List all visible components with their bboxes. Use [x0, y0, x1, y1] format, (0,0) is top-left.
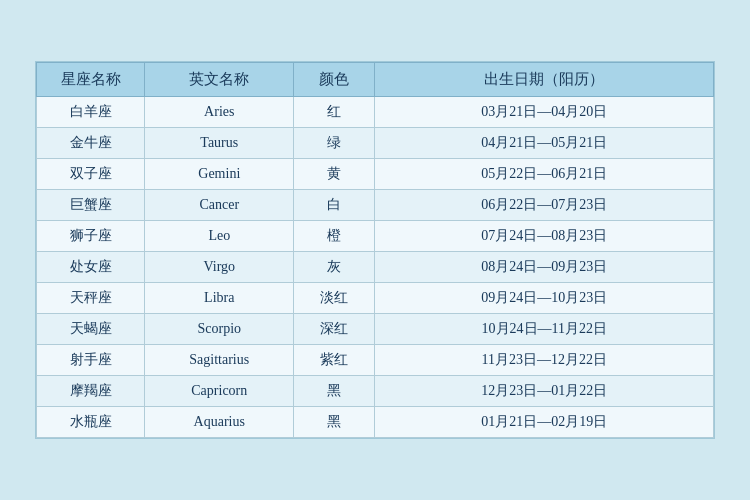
cell-chinese: 水瓶座	[37, 407, 145, 438]
cell-english: Virgo	[145, 252, 294, 283]
header-chinese: 星座名称	[37, 63, 145, 97]
table-row: 巨蟹座Cancer白06月22日—07月23日	[37, 190, 714, 221]
cell-english: Libra	[145, 283, 294, 314]
header-date: 出生日期（阳历）	[375, 63, 714, 97]
table-row: 狮子座Leo橙07月24日—08月23日	[37, 221, 714, 252]
cell-english: Taurus	[145, 128, 294, 159]
cell-date: 04月21日—05月21日	[375, 128, 714, 159]
table-header-row: 星座名称 英文名称 颜色 出生日期（阳历）	[37, 63, 714, 97]
cell-color: 黄	[294, 159, 375, 190]
table-row: 白羊座Aries红03月21日—04月20日	[37, 97, 714, 128]
cell-english: Aquarius	[145, 407, 294, 438]
cell-date: 03月21日—04月20日	[375, 97, 714, 128]
header-color: 颜色	[294, 63, 375, 97]
cell-chinese: 天秤座	[37, 283, 145, 314]
cell-color: 灰	[294, 252, 375, 283]
cell-chinese: 巨蟹座	[37, 190, 145, 221]
table-row: 天秤座Libra淡红09月24日—10月23日	[37, 283, 714, 314]
cell-chinese: 射手座	[37, 345, 145, 376]
cell-chinese: 白羊座	[37, 97, 145, 128]
cell-english: Scorpio	[145, 314, 294, 345]
cell-chinese: 天蝎座	[37, 314, 145, 345]
cell-color: 白	[294, 190, 375, 221]
cell-chinese: 狮子座	[37, 221, 145, 252]
table-row: 双子座Gemini黄05月22日—06月21日	[37, 159, 714, 190]
cell-chinese: 摩羯座	[37, 376, 145, 407]
cell-date: 06月22日—07月23日	[375, 190, 714, 221]
cell-date: 01月21日—02月19日	[375, 407, 714, 438]
cell-color: 橙	[294, 221, 375, 252]
cell-color: 红	[294, 97, 375, 128]
cell-color: 黑	[294, 376, 375, 407]
header-english: 英文名称	[145, 63, 294, 97]
cell-english: Leo	[145, 221, 294, 252]
cell-color: 紫红	[294, 345, 375, 376]
table-row: 水瓶座Aquarius黑01月21日—02月19日	[37, 407, 714, 438]
cell-english: Cancer	[145, 190, 294, 221]
cell-date: 05月22日—06月21日	[375, 159, 714, 190]
cell-date: 11月23日—12月22日	[375, 345, 714, 376]
cell-color: 深红	[294, 314, 375, 345]
cell-date: 12月23日—01月22日	[375, 376, 714, 407]
cell-chinese: 金牛座	[37, 128, 145, 159]
table-row: 摩羯座Capricorn黑12月23日—01月22日	[37, 376, 714, 407]
table-row: 射手座Sagittarius紫红11月23日—12月22日	[37, 345, 714, 376]
cell-color: 绿	[294, 128, 375, 159]
cell-date: 10月24日—11月22日	[375, 314, 714, 345]
cell-color: 黑	[294, 407, 375, 438]
cell-english: Gemini	[145, 159, 294, 190]
cell-english: Capricorn	[145, 376, 294, 407]
cell-date: 08月24日—09月23日	[375, 252, 714, 283]
cell-chinese: 处女座	[37, 252, 145, 283]
table-row: 金牛座Taurus绿04月21日—05月21日	[37, 128, 714, 159]
cell-date: 07月24日—08月23日	[375, 221, 714, 252]
cell-color: 淡红	[294, 283, 375, 314]
table-row: 处女座Virgo灰08月24日—09月23日	[37, 252, 714, 283]
cell-english: Aries	[145, 97, 294, 128]
cell-english: Sagittarius	[145, 345, 294, 376]
cell-chinese: 双子座	[37, 159, 145, 190]
table-row: 天蝎座Scorpio深红10月24日—11月22日	[37, 314, 714, 345]
zodiac-table: 星座名称 英文名称 颜色 出生日期（阳历） 白羊座Aries红03月21日—04…	[36, 62, 714, 438]
cell-date: 09月24日—10月23日	[375, 283, 714, 314]
zodiac-table-container: 星座名称 英文名称 颜色 出生日期（阳历） 白羊座Aries红03月21日—04…	[35, 61, 715, 439]
